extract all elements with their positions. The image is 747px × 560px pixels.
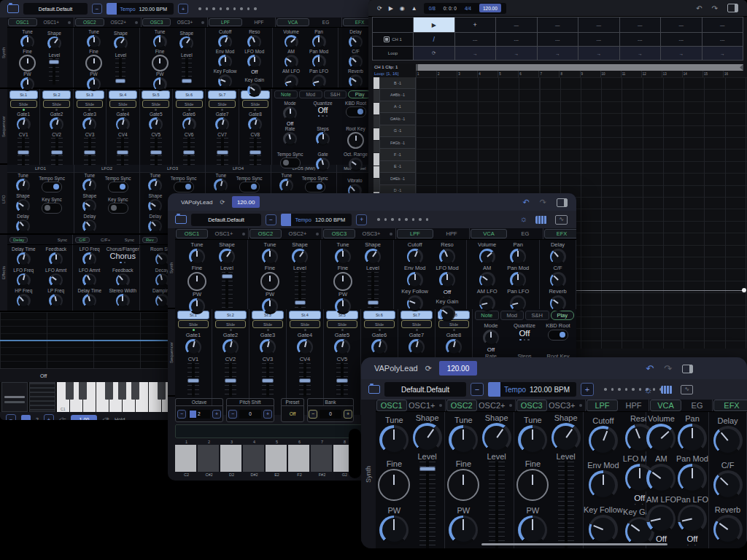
seq-tab-Note[interactable]: Note	[475, 311, 499, 320]
loop-cell[interactable]: →	[538, 47, 578, 60]
note-label[interactable]: F#Gb -1	[379, 137, 416, 149]
lfo-header[interactable]: LFO1	[7, 165, 74, 173]
display-off-value[interactable]: Off	[40, 373, 47, 378]
slider-handle[interactable]	[115, 79, 125, 83]
tab-EFX[interactable]: EFX	[713, 400, 747, 411]
note-label[interactable]: G#Ab -1	[379, 113, 416, 125]
gate-knob[interactable]	[371, 339, 387, 355]
page-indicator-dot[interactable]	[639, 388, 642, 391]
cv-slider[interactable]	[183, 138, 195, 166]
step-button[interactable]: St.4	[109, 90, 137, 99]
slider-handle[interactable]	[182, 79, 192, 83]
lfo-tune-knob[interactable]	[214, 179, 228, 192]
efx-cf-knob[interactable]	[550, 272, 566, 288]
tune-knob[interactable]	[189, 249, 205, 265]
bank-decrement[interactable]: −	[309, 410, 317, 419]
rate-value-button[interactable]: 1.00	[71, 415, 97, 421]
lfo-tune-knob[interactable]	[148, 179, 162, 192]
pan-mod-knob[interactable]	[312, 55, 326, 69]
slider-handle[interactable]	[150, 150, 162, 155]
folder-icon[interactable]	[7, 4, 19, 13]
tempo-decrement-button[interactable]: −	[266, 214, 276, 225]
fx-tab-cf[interactable]: C/F	[75, 237, 90, 243]
chorus-value[interactable]: Chorus	[110, 252, 136, 261]
seq-tab-SH[interactable]: S&H	[324, 90, 347, 98]
slider-handle[interactable]	[51, 150, 63, 155]
slide-button[interactable]: Slide	[176, 100, 203, 108]
slide-button[interactable]: Slide	[77, 100, 104, 108]
delay-fx-knob[interactable]	[17, 273, 31, 287]
efx-reverb-knob[interactable]	[713, 515, 743, 544]
pw-knob[interactable]	[87, 77, 101, 91]
tab-EG[interactable]: EG	[508, 230, 543, 238]
clip-slot[interactable]: ---	[703, 33, 743, 46]
undo-icon[interactable]: ↶	[696, 4, 702, 12]
refresh-icon[interactable]: ⟳	[425, 364, 432, 373]
efx-reverb-knob[interactable]	[349, 74, 363, 88]
pitch-decrement[interactable]: −	[228, 410, 237, 419]
lfo-shape-knob[interactable]	[82, 199, 96, 213]
step-button[interactable]: St.7	[400, 311, 433, 319]
tab-HPF[interactable]: HPF	[434, 230, 469, 238]
tune-knob[interactable]	[449, 425, 478, 454]
tempo-display[interactable]: Tempo120.00 BPM	[107, 3, 174, 15]
fx-tab-sync[interactable]: Sync	[55, 238, 70, 242]
cv-slider[interactable]	[262, 363, 274, 397]
undo-icon[interactable]: ↶	[646, 363, 654, 374]
pitch-wheel[interactable]	[1, 382, 28, 412]
cv-slider[interactable]	[299, 363, 311, 397]
page-indicator-dot[interactable]	[240, 7, 243, 10]
efx-reverb-knob[interactable]	[550, 295, 566, 311]
tab-LPF[interactable]: LPF	[397, 229, 433, 238]
pad-key[interactable]	[175, 445, 196, 472]
preset-value[interactable]: Off	[290, 411, 296, 416]
fine-knob[interactable]	[516, 469, 549, 501]
slider-handle[interactable]	[419, 467, 436, 471]
tempo-display[interactable]: Tempo120.00 BPM	[488, 382, 576, 397]
tempo-sync-toggle[interactable]	[280, 158, 301, 168]
fine-knob[interactable]	[447, 469, 479, 501]
slider-handle[interactable]	[225, 378, 236, 383]
lfo-tune-knob[interactable]	[16, 179, 30, 192]
shape-knob[interactable]	[47, 36, 61, 50]
note-label[interactable]: G -1	[379, 125, 416, 137]
cf-lfo-amnt-knob[interactable]	[82, 273, 96, 287]
note-label[interactable]: E -1	[379, 161, 416, 173]
level-slider[interactable]	[368, 272, 379, 308]
delay-fx-knob[interactable]	[17, 294, 31, 308]
step-button[interactable]: St.5	[142, 90, 170, 99]
step-button[interactable]: St.3	[75, 90, 104, 99]
pan-mod-knob[interactable]	[510, 272, 526, 288]
black-key[interactable]	[118, 382, 126, 400]
gate-knob[interactable]	[116, 117, 130, 131]
fx-tab-rev[interactable]: Rev	[142, 237, 158, 243]
pan-knob[interactable]	[678, 424, 707, 453]
keyboard-icon[interactable]	[535, 216, 547, 224]
tab-EFX[interactable]: EFX	[544, 229, 576, 238]
folder-icon[interactable]	[368, 385, 380, 394]
clip-slot[interactable]: ---	[538, 33, 578, 46]
tab-OSC3+[interactable]: OSC3+	[548, 400, 577, 411]
page-indicator-dot[interactable]	[632, 388, 635, 391]
tab-OSC1+[interactable]: OSC1+	[209, 230, 239, 238]
note-label[interactable]: A#Bb -1	[379, 89, 416, 101]
page-indicator-dot[interactable]	[247, 7, 250, 10]
mode-knob[interactable]	[483, 330, 499, 346]
bank-increment[interactable]: +	[344, 410, 352, 419]
step-button[interactable]: St.6	[175, 90, 204, 99]
plugin-bpm[interactable]: 120.00	[232, 196, 260, 208]
page-indicator-dot[interactable]	[398, 218, 401, 221]
lfo-tempo-sync-toggle[interactable]	[239, 182, 260, 192]
tab-OSC3+[interactable]: OSC3+	[356, 230, 387, 238]
tab-OSC2+[interactable]: OSC2+	[282, 230, 313, 238]
rate-knob[interactable]	[283, 132, 297, 146]
quantize-value[interactable]: Off	[318, 106, 328, 114]
gate-knob[interactable]	[215, 117, 229, 131]
pad-key[interactable]	[266, 445, 287, 472]
metronome-icon[interactable]: ▲	[411, 5, 417, 12]
tab-OSC2[interactable]: OSC2	[446, 400, 477, 411]
slider-handle[interactable]	[49, 60, 59, 64]
seq-tab-Note[interactable]: Note	[274, 90, 298, 98]
pad-key[interactable]	[288, 445, 309, 472]
tune-knob[interactable]	[20, 35, 34, 49]
